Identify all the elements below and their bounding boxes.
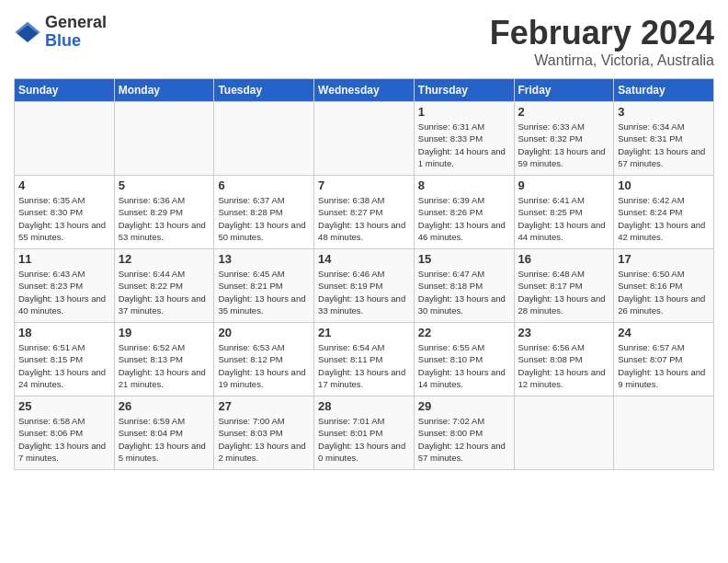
calendar-cell: 22Sunrise: 6:55 AM Sunset: 8:10 PM Dayli… bbox=[414, 323, 514, 396]
day-info: Sunrise: 6:44 AM Sunset: 8:22 PM Dayligh… bbox=[119, 268, 210, 316]
day-number: 11 bbox=[18, 252, 110, 266]
calendar-cell: 13Sunrise: 6:45 AM Sunset: 8:21 PM Dayli… bbox=[214, 249, 314, 323]
day-info: Sunrise: 6:50 AM Sunset: 8:16 PM Dayligh… bbox=[618, 268, 710, 316]
svg-marker-1 bbox=[17, 25, 39, 41]
day-info: Sunrise: 6:38 AM Sunset: 8:27 PM Dayligh… bbox=[318, 194, 410, 243]
day-info: Sunrise: 6:37 AM Sunset: 8:28 PM Dayligh… bbox=[218, 194, 310, 243]
calendar-cell: 7Sunrise: 6:38 AM Sunset: 8:27 PM Daylig… bbox=[314, 176, 415, 249]
header-saturday: Saturday bbox=[614, 79, 714, 102]
day-info: Sunrise: 6:39 AM Sunset: 8:26 PM Dayligh… bbox=[418, 194, 510, 243]
calendar-cell: 21Sunrise: 6:54 AM Sunset: 8:11 PM Dayli… bbox=[314, 323, 415, 396]
day-number: 13 bbox=[218, 252, 310, 266]
day-number: 5 bbox=[119, 178, 210, 192]
day-info: Sunrise: 6:48 AM Sunset: 8:17 PM Dayligh… bbox=[518, 268, 610, 316]
calendar-cell: 5Sunrise: 6:36 AM Sunset: 8:29 PM Daylig… bbox=[114, 176, 214, 249]
day-info: Sunrise: 6:34 AM Sunset: 8:31 PM Dayligh… bbox=[618, 121, 710, 169]
calendar-cell: 14Sunrise: 6:46 AM Sunset: 8:19 PM Dayli… bbox=[314, 249, 415, 323]
day-info: Sunrise: 6:31 AM Sunset: 8:33 PM Dayligh… bbox=[418, 121, 510, 169]
day-number: 1 bbox=[418, 105, 510, 119]
day-info: Sunrise: 6:43 AM Sunset: 8:23 PM Dayligh… bbox=[18, 268, 110, 316]
day-info: Sunrise: 6:36 AM Sunset: 8:29 PM Dayligh… bbox=[119, 194, 210, 243]
calendar-week-1: 1Sunrise: 6:31 AM Sunset: 8:33 PM Daylig… bbox=[15, 102, 714, 176]
logo-general-text: General bbox=[45, 14, 107, 32]
calendar-cell: 25Sunrise: 6:58 AM Sunset: 8:06 PM Dayli… bbox=[15, 396, 115, 470]
day-info: Sunrise: 6:53 AM Sunset: 8:12 PM Dayligh… bbox=[218, 341, 310, 390]
day-info: Sunrise: 6:33 AM Sunset: 8:32 PM Dayligh… bbox=[518, 121, 610, 169]
day-number: 19 bbox=[119, 326, 210, 339]
calendar-cell bbox=[614, 396, 714, 470]
day-number: 25 bbox=[18, 399, 110, 413]
logo-blue-text: Blue bbox=[45, 32, 107, 51]
day-number: 7 bbox=[318, 178, 410, 192]
logo-text: General Blue bbox=[45, 14, 107, 51]
calendar-cell: 9Sunrise: 6:41 AM Sunset: 8:25 PM Daylig… bbox=[514, 176, 614, 249]
calendar-cell: 26Sunrise: 6:59 AM Sunset: 8:04 PM Dayli… bbox=[114, 396, 214, 470]
day-info: Sunrise: 6:42 AM Sunset: 8:24 PM Dayligh… bbox=[618, 194, 710, 243]
day-number: 22 bbox=[418, 326, 510, 339]
day-number: 14 bbox=[318, 252, 410, 266]
day-number: 21 bbox=[318, 326, 410, 339]
day-number: 6 bbox=[218, 178, 310, 192]
day-number: 8 bbox=[418, 178, 510, 192]
day-number: 3 bbox=[618, 105, 710, 119]
calendar-cell: 20Sunrise: 6:53 AM Sunset: 8:12 PM Dayli… bbox=[214, 323, 314, 396]
calendar-cell: 17Sunrise: 6:50 AM Sunset: 8:16 PM Dayli… bbox=[614, 249, 714, 323]
calendar-week-4: 18Sunrise: 6:51 AM Sunset: 8:15 PM Dayli… bbox=[15, 323, 714, 396]
day-info: Sunrise: 7:02 AM Sunset: 8:00 PM Dayligh… bbox=[418, 415, 510, 464]
day-info: Sunrise: 6:58 AM Sunset: 8:06 PM Dayligh… bbox=[18, 415, 110, 464]
calendar-cell: 27Sunrise: 7:00 AM Sunset: 8:03 PM Dayli… bbox=[214, 396, 314, 470]
title-block: February 2024 Wantirna, Victoria, Austra… bbox=[490, 14, 714, 69]
calendar-cell: 24Sunrise: 6:57 AM Sunset: 8:07 PM Dayli… bbox=[614, 323, 714, 396]
calendar-table: SundayMondayTuesdayWednesdayThursdayFrid… bbox=[14, 78, 714, 470]
header-tuesday: Tuesday bbox=[214, 79, 314, 102]
day-number: 10 bbox=[618, 178, 710, 192]
month-title: February 2024 bbox=[490, 14, 714, 52]
day-info: Sunrise: 6:55 AM Sunset: 8:10 PM Dayligh… bbox=[418, 341, 510, 390]
logo-icon bbox=[14, 18, 41, 46]
calendar-cell: 16Sunrise: 6:48 AM Sunset: 8:17 PM Dayli… bbox=[514, 249, 614, 323]
calendar-cell: 6Sunrise: 6:37 AM Sunset: 8:28 PM Daylig… bbox=[214, 176, 314, 249]
calendar-cell bbox=[114, 102, 214, 176]
calendar-cell: 10Sunrise: 6:42 AM Sunset: 8:24 PM Dayli… bbox=[614, 176, 714, 249]
calendar-cell: 11Sunrise: 6:43 AM Sunset: 8:23 PM Dayli… bbox=[15, 249, 115, 323]
header-thursday: Thursday bbox=[414, 79, 514, 102]
day-number: 9 bbox=[518, 178, 610, 192]
day-info: Sunrise: 6:45 AM Sunset: 8:21 PM Dayligh… bbox=[218, 268, 310, 316]
calendar-week-3: 11Sunrise: 6:43 AM Sunset: 8:23 PM Dayli… bbox=[15, 249, 714, 323]
calendar-cell: 19Sunrise: 6:52 AM Sunset: 8:13 PM Dayli… bbox=[114, 323, 214, 396]
calendar-cell: 2Sunrise: 6:33 AM Sunset: 8:32 PM Daylig… bbox=[514, 102, 614, 176]
calendar-cell: 4Sunrise: 6:35 AM Sunset: 8:30 PM Daylig… bbox=[15, 176, 115, 249]
day-number: 27 bbox=[218, 399, 310, 413]
calendar-cell: 12Sunrise: 6:44 AM Sunset: 8:22 PM Dayli… bbox=[114, 249, 214, 323]
day-info: Sunrise: 7:01 AM Sunset: 8:01 PM Dayligh… bbox=[318, 415, 410, 464]
header-sunday: Sunday bbox=[15, 79, 115, 102]
day-number: 12 bbox=[119, 252, 210, 266]
day-number: 15 bbox=[418, 252, 510, 266]
calendar-cell: 15Sunrise: 6:47 AM Sunset: 8:18 PM Dayli… bbox=[414, 249, 514, 323]
calendar-cell: 18Sunrise: 6:51 AM Sunset: 8:15 PM Dayli… bbox=[15, 323, 115, 396]
day-info: Sunrise: 6:46 AM Sunset: 8:19 PM Dayligh… bbox=[318, 268, 410, 316]
calendar-week-2: 4Sunrise: 6:35 AM Sunset: 8:30 PM Daylig… bbox=[15, 176, 714, 249]
header-wednesday: Wednesday bbox=[314, 79, 415, 102]
calendar-cell bbox=[15, 102, 115, 176]
day-info: Sunrise: 6:47 AM Sunset: 8:18 PM Dayligh… bbox=[418, 268, 510, 316]
day-info: Sunrise: 6:51 AM Sunset: 8:15 PM Dayligh… bbox=[18, 341, 110, 390]
calendar-header-row: SundayMondayTuesdayWednesdayThursdayFrid… bbox=[15, 79, 714, 102]
calendar-cell bbox=[514, 396, 614, 470]
location-title: Wantirna, Victoria, Australia bbox=[490, 52, 714, 69]
calendar-cell: 8Sunrise: 6:39 AM Sunset: 8:26 PM Daylig… bbox=[414, 176, 514, 249]
logo: General Blue bbox=[14, 14, 107, 51]
day-info: Sunrise: 6:35 AM Sunset: 8:30 PM Dayligh… bbox=[18, 194, 110, 243]
day-number: 23 bbox=[518, 326, 610, 339]
day-number: 16 bbox=[518, 252, 610, 266]
calendar-cell: 23Sunrise: 6:56 AM Sunset: 8:08 PM Dayli… bbox=[514, 323, 614, 396]
calendar-cell: 1Sunrise: 6:31 AM Sunset: 8:33 PM Daylig… bbox=[414, 102, 514, 176]
calendar-cell bbox=[214, 102, 314, 176]
day-number: 29 bbox=[418, 399, 510, 413]
day-number: 24 bbox=[618, 326, 710, 339]
day-info: Sunrise: 6:52 AM Sunset: 8:13 PM Dayligh… bbox=[119, 341, 210, 390]
day-info: Sunrise: 6:56 AM Sunset: 8:08 PM Dayligh… bbox=[518, 341, 610, 390]
page-header: General Blue February 2024 Wantirna, Vic… bbox=[14, 14, 714, 69]
day-info: Sunrise: 6:57 AM Sunset: 8:07 PM Dayligh… bbox=[618, 341, 710, 390]
day-info: Sunrise: 6:59 AM Sunset: 8:04 PM Dayligh… bbox=[119, 415, 210, 464]
